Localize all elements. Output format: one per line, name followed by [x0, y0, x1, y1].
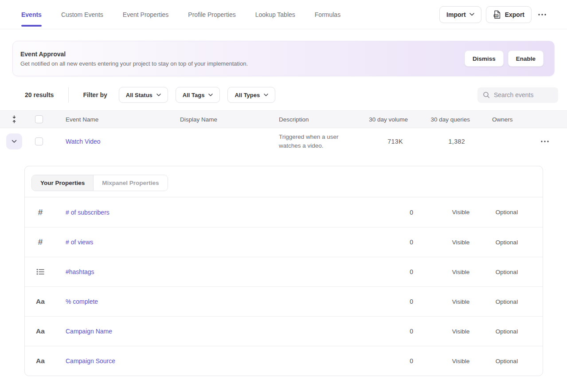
chevron-down-icon	[264, 94, 268, 96]
chevron-down-icon	[208, 94, 213, 96]
divider	[68, 87, 69, 102]
chevron-down-icon	[12, 140, 17, 143]
row-checkbox[interactable]	[35, 137, 43, 145]
property-visibility: Visible	[438, 269, 484, 275]
search-events-box	[477, 87, 558, 103]
csv-file-icon: CSV	[493, 10, 501, 19]
property-count: 0	[369, 239, 413, 246]
event-approval-banner: Event Approval Get notified on all new e…	[12, 41, 555, 76]
column-header-30-day-queries[interactable]: 30 day queries	[408, 116, 470, 123]
tags-filter-label: All Tags	[183, 92, 205, 98]
status-filter-label: All Status	[126, 92, 153, 98]
property-row: Aa Campaign Name 0 Visible Optional	[25, 316, 543, 346]
number-icon: #	[38, 237, 43, 247]
results-count: 20 results	[25, 91, 54, 98]
ellipsis-icon	[538, 14, 546, 16]
svg-text:CSV: CSV	[494, 14, 498, 16]
property-name-link[interactable]: # of views	[56, 239, 369, 246]
property-name-link[interactable]: % complete	[56, 298, 369, 305]
import-button[interactable]: Import	[439, 6, 481, 23]
top-navigation: Events Custom Events Event Properties Pr…	[0, 0, 567, 29]
text-icon: Aa	[36, 357, 45, 365]
property-row: Aa Campaign Source 0 Visible Optional	[25, 346, 543, 376]
filter-bar: 20 results Filter by All Status All Tags…	[0, 87, 567, 103]
select-all-checkbox[interactable]	[35, 115, 43, 123]
event-properties-panel: Your Properties Mixpanel Properties # # …	[24, 166, 543, 376]
tab-your-properties[interactable]: Your Properties	[32, 175, 94, 191]
banner-description: Get notified on all new events entering …	[20, 60, 248, 67]
row-expander-button[interactable]	[6, 133, 22, 149]
tab-profile-properties[interactable]: Profile Properties	[188, 9, 235, 20]
column-header-description[interactable]: Description	[262, 116, 351, 123]
dismiss-button[interactable]: Dismiss	[465, 51, 504, 67]
events-table-header: Event Name Display Name Description 30 d…	[0, 110, 567, 128]
lexicon-tabs: Events Custom Events Event Properties Pr…	[21, 9, 340, 20]
event-30-day-volume: 713K	[351, 138, 408, 145]
export-label: Export	[505, 11, 524, 18]
number-icon: #	[38, 208, 43, 217]
search-events-input[interactable]	[494, 91, 553, 98]
property-visibility: Visible	[438, 209, 484, 216]
event-description: Triggered when a user watches a video.	[262, 133, 351, 151]
tab-lookup-tables[interactable]: Lookup Tables	[255, 9, 295, 20]
export-button[interactable]: CSV Export	[486, 6, 532, 23]
property-requirement: Optional	[484, 298, 530, 305]
tab-events[interactable]: Events	[21, 9, 42, 20]
status-filter-dropdown[interactable]: All Status	[119, 87, 168, 103]
nav-actions: Import CSV Export	[439, 6, 567, 23]
chevron-down-icon	[469, 13, 474, 16]
types-filter-dropdown[interactable]: All Types	[227, 87, 275, 103]
import-label: Import	[446, 11, 466, 18]
property-name-link[interactable]: Campaign Name	[56, 328, 369, 335]
tags-filter-dropdown[interactable]: All Tags	[176, 87, 220, 103]
search-icon	[483, 91, 490, 98]
property-visibility: Visible	[438, 239, 484, 246]
property-requirement: Optional	[484, 269, 530, 275]
property-row: # # of subscribers 0 Visible Optional	[25, 197, 543, 227]
collapse-all-icon[interactable]	[11, 115, 17, 123]
property-requirement: Optional	[484, 239, 530, 246]
banner-text: Event Approval Get notified on all new e…	[13, 51, 248, 67]
text-icon: Aa	[36, 327, 45, 335]
property-visibility: Visible	[438, 358, 484, 365]
property-requirement: Optional	[484, 328, 530, 335]
enable-button[interactable]: Enable	[508, 51, 544, 67]
column-header-event-name[interactable]: Event Name	[50, 116, 164, 123]
tab-mixpanel-properties[interactable]: Mixpanel Properties	[94, 175, 167, 191]
property-visibility: Visible	[438, 298, 484, 305]
column-header-owners[interactable]: Owners	[470, 116, 541, 123]
property-visibility: Visible	[438, 328, 484, 335]
properties-tab-group: Your Properties Mixpanel Properties	[31, 175, 168, 191]
property-requirement: Optional	[484, 358, 530, 365]
column-header-30-day-volume[interactable]: 30 day volume	[351, 116, 408, 123]
property-row: #hashtags 0 Visible Optional	[25, 257, 543, 286]
column-header-display-name[interactable]: Display Name	[164, 116, 262, 123]
property-row: # # of views 0 Visible Optional	[25, 227, 543, 257]
banner-actions: Dismiss Enable	[465, 51, 554, 67]
property-requirement: Optional	[484, 209, 530, 216]
filter-by-label: Filter by	[83, 91, 107, 98]
property-name-link[interactable]: #hashtags	[56, 268, 369, 275]
property-row: Aa % complete 0 Visible Optional	[25, 286, 543, 316]
tab-event-properties[interactable]: Event Properties	[123, 9, 169, 20]
more-options-button[interactable]	[536, 6, 548, 23]
property-name-link[interactable]: Campaign Source	[56, 357, 369, 365]
ellipsis-icon	[541, 141, 549, 142]
types-filter-label: All Types	[235, 92, 260, 98]
text-icon: Aa	[36, 298, 45, 306]
properties-tabs-row: Your Properties Mixpanel Properties	[25, 166, 543, 197]
property-count: 0	[369, 268, 413, 275]
banner-title: Event Approval	[20, 51, 248, 58]
tab-formulas[interactable]: Formulas	[315, 9, 340, 20]
property-name-link[interactable]: # of subscribers	[56, 209, 369, 216]
tab-custom-events[interactable]: Custom Events	[61, 9, 103, 20]
list-icon	[36, 268, 44, 275]
property-count: 0	[369, 298, 413, 305]
event-name-link[interactable]: Watch Video	[66, 138, 101, 145]
event-30-day-queries: 1,382	[408, 138, 470, 145]
chevron-down-icon	[156, 94, 161, 96]
property-count: 0	[369, 209, 413, 216]
row-actions-button[interactable]	[541, 141, 549, 142]
property-count: 0	[369, 357, 413, 365]
event-row-watch-video: Watch Video Triggered when a user watche…	[0, 128, 567, 155]
